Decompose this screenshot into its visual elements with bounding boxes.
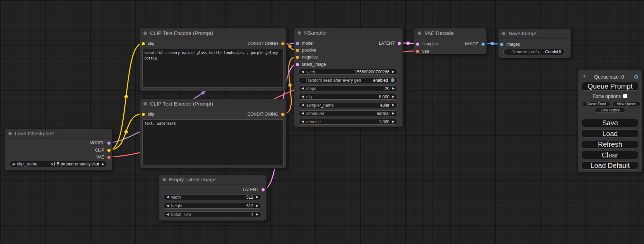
node-titlebar[interactable]: Save Image: [499, 29, 571, 39]
view-queue-button[interactable]: View Queue: [612, 102, 641, 106]
extra-options-checkbox[interactable]: [623, 94, 627, 98]
collapse-dot-icon[interactable]: [8, 132, 12, 135]
node-titlebar[interactable]: KSampler: [294, 28, 403, 38]
node-titlebar[interactable]: CLIP Text Encode (Prompt): [140, 28, 286, 38]
decrement-arrow-icon[interactable]: ◀: [166, 213, 169, 216]
positive-prompt-textarea[interactable]: beautiful scenery nature glass bottle la…: [142, 49, 284, 88]
output-slot-conditioning: CONDITIONING: [247, 41, 284, 46]
increment-arrow-icon[interactable]: ▶: [392, 120, 395, 123]
view-history-button[interactable]: View History: [595, 108, 625, 112]
output-slot-model: MODEL: [89, 141, 111, 145]
decrement-arrow-icon[interactable]: ◀: [301, 120, 304, 123]
collapse-dot-icon[interactable]: [143, 31, 147, 35]
load-default-button[interactable]: Load Default: [582, 161, 638, 170]
queue-prompt-button[interactable]: Queue Prompt: [582, 82, 638, 91]
node-vae-decode[interactable]: VAE Decode samples vae IMAGE: [414, 28, 487, 54]
decrement-arrow-icon[interactable]: ◀: [301, 70, 304, 73]
seed-widget[interactable]: ◀ seed 156680208700286 ▶: [298, 69, 398, 75]
collapse-dot-icon[interactable]: [418, 31, 421, 35]
decrement-arrow-icon[interactable]: ◀: [166, 196, 169, 199]
slot-dot-conditioning[interactable]: [296, 56, 299, 59]
wire-midpoint-dot: [288, 45, 292, 48]
increment-arrow-icon[interactable]: ▶: [102, 163, 104, 166]
decrement-arrow-icon[interactable]: ◀: [166, 204, 169, 207]
output-slot-latent: LATENT: [243, 187, 265, 192]
slot-dot-latent[interactable]: [398, 42, 401, 45]
slot-dot-clip[interactable]: [142, 113, 145, 116]
node-graph-canvas[interactable]: Load Checkpoint MODEL CLIP VAE ◀ ckpt_na…: [0, 0, 644, 244]
sampler-name-widget[interactable]: ◀ sampler_name euler ▶: [298, 102, 398, 108]
height-widget[interactable]: ◀ height 512 ▶: [163, 203, 262, 209]
node-clip-text-encode-positive[interactable]: CLIP Text Encode (Prompt) clip CONDITION…: [140, 28, 286, 91]
slot-dot-model[interactable]: [107, 142, 111, 145]
node-load-checkpoint[interactable]: Load Checkpoint MODEL CLIP VAE ◀ ckpt_na…: [5, 128, 113, 171]
collapse-dot-icon[interactable]: [502, 32, 505, 35]
settings-gear-icon[interactable]: ⚙: [634, 74, 639, 80]
increment-arrow-icon[interactable]: ▶: [392, 95, 395, 98]
input-slot-clip: clip: [142, 41, 154, 46]
slot-dot-latent[interactable]: [262, 188, 265, 191]
collapse-dot-icon[interactable]: [162, 178, 166, 181]
slot-dot-latent[interactable]: [416, 43, 419, 46]
filename-prefix-widget[interactable]: filename_prefix ComfyUI: [503, 49, 565, 55]
input-slot-samples: samples: [416, 42, 438, 46]
decrement-arrow-icon[interactable]: ◀: [301, 95, 304, 98]
collapse-dot-icon[interactable]: [143, 102, 147, 106]
slot-dot-vae[interactable]: [107, 156, 111, 159]
collapse-dot-icon[interactable]: [298, 31, 301, 35]
batch-size-widget[interactable]: ◀ batch_size 1 ▶: [163, 211, 262, 217]
seed-control-widget[interactable]: Random seed after every gen enabled: [298, 77, 398, 83]
increment-arrow-icon[interactable]: ▶: [256, 213, 258, 216]
node-save-image[interactable]: Save Image images filename_prefix ComfyU…: [498, 28, 571, 58]
input-slot-latent-image: latent_image: [296, 62, 326, 67]
node-titlebar[interactable]: VAE Decode: [414, 28, 486, 38]
slot-dot-clip[interactable]: [107, 149, 111, 152]
node-title: CLIP Text Encode (Prompt): [150, 99, 213, 109]
output-slot-image: IMAGE: [465, 42, 485, 46]
slot-dot-vae[interactable]: [416, 50, 419, 53]
save-button[interactable]: Save: [582, 119, 638, 127]
node-titlebar[interactable]: CLIP Text Encode (Prompt): [140, 99, 286, 109]
load-button[interactable]: Load: [582, 129, 638, 138]
increment-arrow-icon[interactable]: ▶: [392, 103, 395, 107]
slot-dot-image[interactable]: [482, 43, 485, 46]
slot-dot-image[interactable]: [500, 43, 503, 46]
slot-dot-conditioning[interactable]: [281, 42, 284, 45]
wire-midpoint-dot: [406, 42, 410, 45]
wire-midpoint-dot: [124, 95, 128, 98]
toggle-dot-icon[interactable]: [391, 78, 395, 82]
denoise-widget[interactable]: ◀ denoise 1.000 ▶: [298, 119, 398, 125]
node-ksampler[interactable]: KSampler model positive negative latent_…: [294, 28, 403, 127]
increment-arrow-icon[interactable]: ▶: [392, 70, 395, 73]
steps-widget[interactable]: ◀ steps 20 ▶: [298, 85, 398, 91]
input-slot-vae: vae: [416, 49, 429, 54]
cfg-widget[interactable]: ◀ cfg 8.000 ▶: [298, 94, 398, 100]
node-empty-latent-image[interactable]: Empty Latent Image LATENT ◀ width 512 ▶ …: [159, 174, 267, 221]
decrement-arrow-icon[interactable]: ◀: [301, 112, 304, 115]
width-widget[interactable]: ◀ width 512 ▶: [163, 194, 262, 200]
queue-front-button[interactable]: Queue Front: [582, 102, 610, 106]
slot-dot-latent[interactable]: [296, 63, 299, 66]
negative-prompt-textarea[interactable]: text, watermark: [142, 119, 284, 165]
node-titlebar[interactable]: Empty Latent Image: [159, 175, 266, 185]
slot-dot-model[interactable]: [296, 42, 299, 45]
refresh-button[interactable]: Refresh: [582, 140, 638, 148]
wire-midpoint-dot: [288, 83, 292, 87]
slot-dot-clip[interactable]: [142, 42, 145, 45]
drag-handle-icon[interactable]: ⠿: [582, 74, 585, 80]
slot-dot-conditioning[interactable]: [281, 113, 284, 116]
increment-arrow-icon[interactable]: ▶: [256, 204, 258, 207]
decrement-arrow-icon[interactable]: ◀: [12, 163, 15, 166]
node-clip-text-encode-negative[interactable]: CLIP Text Encode (Prompt) clip CONDITION…: [140, 99, 286, 169]
increment-arrow-icon[interactable]: ▶: [256, 196, 258, 199]
input-slot-negative: negative: [296, 55, 318, 60]
clear-button[interactable]: Clear: [582, 151, 638, 159]
slot-dot-conditioning[interactable]: [296, 49, 299, 52]
decrement-arrow-icon[interactable]: ◀: [301, 103, 304, 107]
decrement-arrow-icon[interactable]: ◀: [301, 87, 304, 90]
ckpt-name-widget[interactable]: ◀ ckpt_name v1-5-pruned-emaonly.ckpt ▶: [9, 161, 107, 167]
increment-arrow-icon[interactable]: ▶: [392, 112, 395, 115]
increment-arrow-icon[interactable]: ▶: [392, 87, 395, 90]
scheduler-widget[interactable]: ◀ scheduler normal ▶: [298, 110, 398, 116]
node-titlebar[interactable]: Load Checkpoint: [5, 129, 112, 139]
